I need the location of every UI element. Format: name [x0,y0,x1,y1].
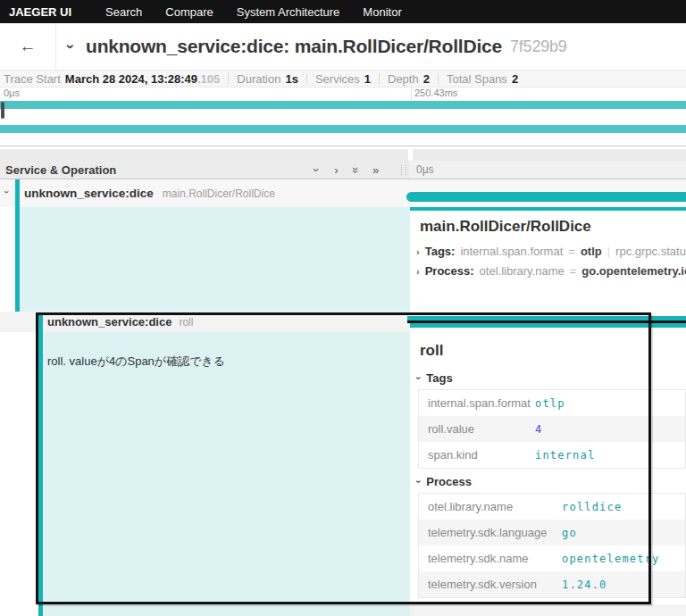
detail-panel-top-accent [410,207,686,211]
pipe-separator: | [607,245,610,258]
process-row: telemetry.sdk.version 1.24.0 [419,571,685,597]
expand-all-icon[interactable]: » [370,163,381,177]
span-duration-bar-rolldice[interactable] [406,192,686,202]
service-name: unknown_service:dice [47,315,172,329]
process-section-label: Process [426,475,472,488]
span-detail-roll: roll › Tags internal.span.format otlp ro… [410,328,686,604]
chevron-down-icon: › [62,44,79,49]
equals-sign: = [568,245,575,258]
tags-table: internal.span.format otlp roll.value 4 s… [418,389,686,469]
services-value: 1 [364,72,371,86]
timeline-header-right: 0μs [410,161,686,179]
chevron-down-icon: › [414,377,423,379]
minimap-span-bar-roll[interactable] [0,125,686,133]
process-value: go.opentelemetry.io/c [581,264,686,278]
tag-row: roll.value 4 [419,416,685,442]
expand-one-icon[interactable]: › [330,163,342,177]
process-value: opentelemetry [562,553,660,565]
span-collapse-chevron-icon[interactable]: › [2,190,13,194]
span-row-roll[interactable]: unknown_service:dice roll [47,312,193,332]
process-row: telemetry.sdk.name opentelemetry [419,545,685,571]
trace-collapse-toggle[interactable]: › [59,23,82,70]
annotation-note: roll. valueが4のSpanが確認できる [47,354,225,370]
services-label: Services [315,72,360,86]
process-row: otel.library.name rolldice [419,494,685,520]
chevron-right-icon: › [416,266,420,277]
equals-sign: = [570,264,577,278]
top-navbar: JAEGER UI Search Compare System Architec… [0,0,686,23]
minimap-tick-mid: 250.43ms [414,87,457,98]
operation-name: roll [179,316,193,329]
service-color-bar [15,179,20,207]
nav-item-monitor[interactable]: Monitor [363,5,401,19]
below-annotation-strip [410,604,686,616]
timeline-header-icons: › › » » [311,161,381,179]
tag-value: otlp [535,397,565,410]
tags-section-label: Tags [426,371,452,385]
process-value: rolldice [562,501,622,513]
spacer-strip-right [413,149,686,161]
timeline-zero-tick: 0μs [416,163,434,176]
tag-value: 4 [535,423,542,436]
process-value: go [562,527,577,539]
divider [228,73,229,84]
duration-value: 1s [285,72,297,86]
detail-row-background [43,332,410,616]
service-name: unknown_service:dice [24,187,154,200]
back-button[interactable]: ← [0,23,56,70]
tags-label: Tags: [425,245,456,258]
span-detail-rolldice: main.RollDicer/RollDice › Tags: internal… [410,207,686,312]
process-value: 1.24.0 [562,579,607,591]
total-spans-label: Total Spans [447,72,507,86]
process-summary-row[interactable]: › Process: otel.library.name = go.opente… [416,264,686,278]
trace-start-ms: .105 [197,72,220,86]
span-detail-title: roll [420,342,443,360]
minimap-viewport-handle[interactable] [1,102,4,119]
column-resizer-grip[interactable] [401,165,406,175]
tag-row: internal.span.format otlp [419,390,685,416]
span-detail-title: main.RollDicer/RollDice [420,218,591,236]
tag-key: rpc.grpc.status [615,245,686,258]
trace-id-short: 7f529b9 [510,37,567,56]
operation-name: main.RollDicer/RollDice [163,187,275,200]
tag-value: internal [535,449,595,462]
trace-start-label: Trace Start [4,72,61,86]
trace-summary-bar: Trace Start March 28 2024, 13:28:49 .105… [0,70,686,87]
process-label: Process: [425,264,474,278]
tag-key: internal.span.format [419,396,535,410]
nav-item-compare[interactable]: Compare [165,5,213,19]
process-key: otel.library.name [480,264,565,278]
nav-item-system-architecture[interactable]: System Architecture [237,5,340,19]
process-row: telemetry.sdk.language go [419,520,685,545]
depth-value: 2 [423,72,430,86]
trace-start-value: March 28 2024, 13:28:49 [65,72,197,86]
page-title: unknown_service:dice: main.RollDicer/Rol… [86,23,567,70]
process-table: otel.library.name rolldice telemetry.sdk… [418,493,686,598]
duration-label: Duration [237,72,280,86]
depth-label: Depth [388,72,419,86]
chevron-right-icon: › [416,246,420,257]
divider [306,73,307,84]
divider [438,73,439,84]
collapse-one-icon[interactable]: › [310,164,323,176]
trace-title: unknown_service:dice: main.RollDicer/Rol… [86,36,502,57]
divider [379,73,380,84]
back-arrow-icon: ← [20,37,37,56]
collapse-all-icon[interactable]: » [349,164,363,176]
service-operation-header: Service & Operation [5,163,116,177]
tags-section-toggle[interactable]: › Tags [417,371,453,385]
nav-item-search[interactable]: Search [105,5,142,19]
process-key: telemetry.sdk.language [419,526,562,539]
tag-key: internal.span.format [460,245,563,258]
tags-summary-row[interactable]: › Tags: internal.span.format = otlp | rp… [416,245,686,258]
process-key: telemetry.sdk.version [419,578,562,591]
tag-key: span.kind [419,448,535,462]
chevron-down-icon: › [414,480,423,483]
process-key: otel.library.name [419,500,562,513]
span-name-rolldice[interactable]: unknown_service:dice main.RollDicer/Roll… [24,179,275,207]
minimap-span-bar-rolldice[interactable] [0,101,686,109]
spacer-strip-left [0,149,408,161]
tag-key: roll.value [419,422,535,436]
process-section-toggle[interactable]: › Process [417,475,472,488]
jaeger-logo: JAEGER UI [9,5,71,19]
